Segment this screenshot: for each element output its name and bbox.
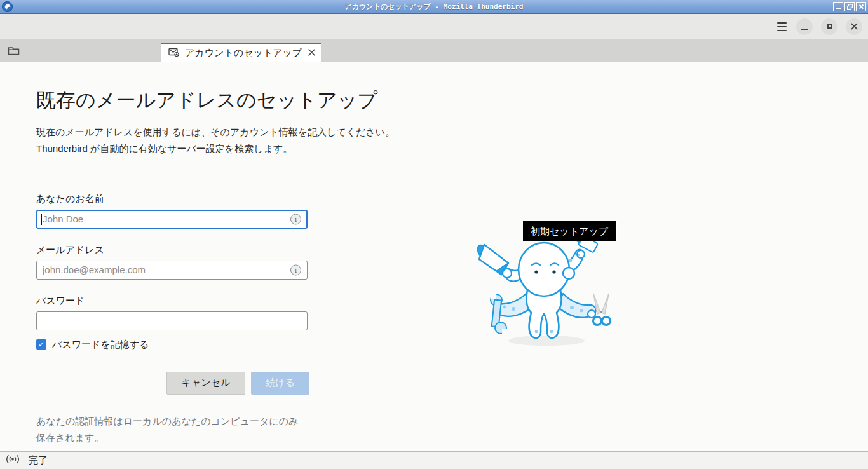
mail-folder-icon[interactable]	[8, 46, 20, 58]
app-menu-icon[interactable]	[776, 21, 788, 32]
password-field-group: パスワード	[36, 295, 311, 330]
account-setup-pane: 既存のメールアドレスのセットアップ 現在のメールアドレスを使用するには、そのアカ…	[0, 62, 868, 451]
status-text: 完了	[29, 454, 48, 466]
info-icon: i	[290, 264, 301, 275]
os-restore-button[interactable]	[844, 2, 855, 11]
continue-button[interactable]: 続ける	[251, 372, 309, 395]
page-title: 既存のメールアドレスのセットアップ	[36, 87, 311, 114]
name-input[interactable]	[36, 210, 308, 229]
info-icon: i	[290, 214, 301, 224]
page-description: 現在のメールアドレスを使用するには、そのアカウント情報を記入してください。 Th…	[36, 124, 430, 158]
remember-password-label: パスワードを記憶する	[52, 339, 149, 351]
window-title: アカウントのセットアップ - Mozilla Thunderbird	[0, 2, 868, 11]
network-status-icon	[6, 454, 19, 467]
email-label: メールアドレス	[36, 244, 311, 256]
action-buttons: キャンセル 続ける	[36, 372, 309, 395]
remember-password-checkbox[interactable]: ✓	[36, 339, 46, 350]
name-label: あなたのお名前	[36, 193, 311, 205]
tab-account-setup[interactable]: アカウントのセットアップ	[161, 43, 321, 62]
os-titlebar[interactable]: アカウントのセットアップ - Mozilla Thunderbird	[0, 0, 868, 14]
email-field-group: メールアドレス i	[36, 244, 311, 280]
name-field-group: あなたのお名前 i	[36, 193, 311, 229]
app-restore-button[interactable]	[821, 18, 837, 35]
os-close-button[interactable]	[856, 2, 866, 11]
app-close-button[interactable]	[846, 18, 862, 35]
privacy-note: あなたの認証情報はローカルのあなたのコンピュータにのみ保存されます。	[36, 413, 303, 447]
app-minimize-button[interactable]	[796, 18, 813, 35]
password-label: パスワード	[36, 295, 311, 307]
tab-close-icon[interactable]	[308, 48, 316, 59]
mascot-octopus-illustration	[475, 236, 616, 352]
initial-setup-tooltip: 初期セットアップ	[523, 221, 617, 241]
app-toolbar	[0, 14, 868, 39]
status-bar: 完了	[0, 451, 868, 469]
email-input[interactable]	[36, 261, 308, 280]
account-setup-tab-icon	[168, 48, 179, 59]
cancel-button[interactable]: キャンセル	[166, 372, 246, 395]
password-input[interactable]	[36, 311, 308, 330]
tab-label: アカウントのセットアップ	[185, 47, 302, 59]
text-caret	[41, 214, 42, 225]
tab-bar: アカウントのセットアップ	[0, 39, 868, 62]
remember-password-row[interactable]: ✓ パスワードを記憶する	[36, 339, 311, 351]
thunderbird-window: アカウントのセットアップ - Mozilla Thunderbird	[0, 0, 868, 469]
os-minimize-button[interactable]	[833, 2, 843, 11]
